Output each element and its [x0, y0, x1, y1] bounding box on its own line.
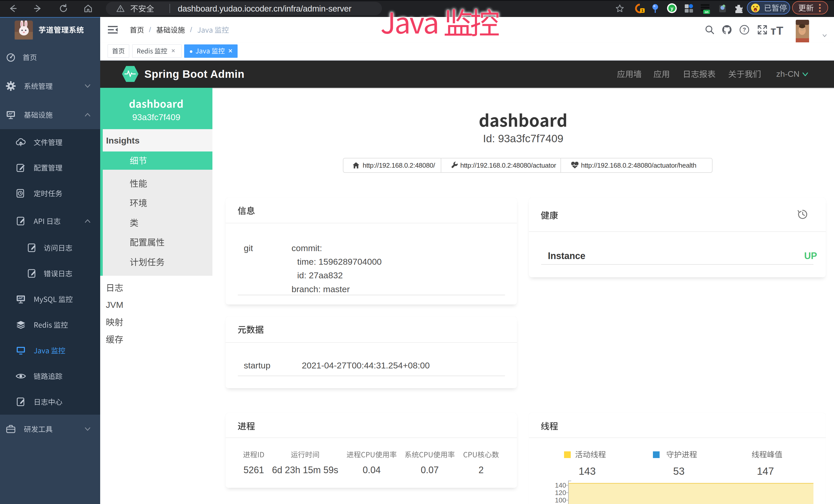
svg-text:y: y	[671, 6, 674, 11]
svg-text:on: on	[705, 10, 709, 14]
svg-text:?: ?	[743, 26, 746, 33]
svg-text:1: 1	[641, 8, 643, 13]
